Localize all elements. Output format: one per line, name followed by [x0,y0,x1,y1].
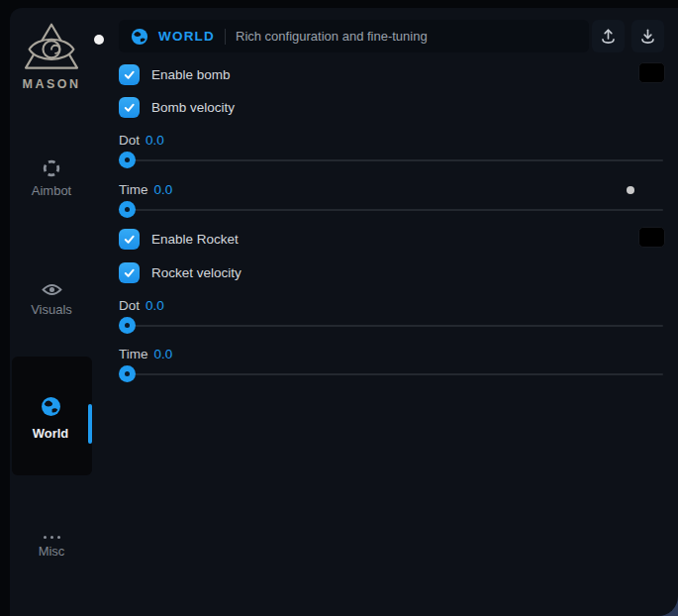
slider-track[interactable] [121,209,663,211]
checkbox-row-enable-rocket: Enable Rocket [119,229,239,250]
slider-label-dot: Dot0.0 [119,298,164,313]
slider-bomb-time [119,201,663,218]
checkbox-row-bomb-velocity: Bomb velocity [119,97,235,118]
download-icon [638,27,657,46]
checkbox-label: Enable Rocket [151,232,239,247]
upload-config-button[interactable] [592,20,625,52]
slider-value: 0.0 [145,133,164,148]
sidebar: MASON Aimbot Visuals [10,8,114,616]
checkbox-row-enable-bomb: Enable bomb [119,64,231,85]
sidebar-item-aimbot[interactable]: Aimbot [10,158,93,198]
slider-label-time: Time0.0 [119,182,172,197]
cursor-dot [94,35,104,45]
slider-value: 0.0 [145,298,164,313]
color-swatch-bomb[interactable] [638,62,665,83]
slider-track[interactable] [121,373,663,375]
globe-icon [12,396,89,421]
checkbox-row-rocket-velocity: Rocket velocity [119,262,242,283]
sidebar-item-world-selected[interactable]: World [12,357,92,475]
header-divider [225,29,226,45]
checkbox-enable-bomb[interactable] [119,64,140,85]
checkbox-label: Rocket velocity [151,265,242,280]
slider-handle[interactable] [119,317,136,334]
brand-logo: MASON [10,22,93,91]
overlay-dot [627,186,634,194]
color-swatch-rocket[interactable] [638,227,665,248]
slider-rocket-dot [119,317,663,334]
check-icon [123,233,136,246]
brand-name: MASON [10,77,93,91]
checkbox-rocket-velocity[interactable] [119,262,140,283]
slider-handle[interactable] [119,152,136,168]
slider-track[interactable] [121,159,663,161]
slider-track[interactable] [121,325,663,327]
page-subtitle: Rich configuration and fine-tuning [236,29,428,44]
mason-menu-window: MASON Aimbot Visuals [10,8,678,616]
check-icon [123,266,136,279]
mason-eye-pyramid-icon [10,22,93,73]
slider-value: 0.0 [154,182,173,197]
upload-icon [599,27,618,46]
screen: MASON Aimbot Visuals [0,0,678,616]
active-tab-indicator [88,404,92,444]
check-icon [123,68,136,81]
slider-label-time: Time0.0 [119,347,172,361]
ellipsis-icon [10,531,93,539]
sidebar-item-label: Misc [10,544,93,559]
sidebar-item-label: Visuals [10,302,93,317]
sidebar-item-visuals[interactable]: Visuals [10,282,93,317]
checkbox-label: Enable bomb [151,67,231,82]
globe-icon [131,28,148,46]
eye-icon [10,282,93,297]
sidebar-item-misc[interactable]: Misc [10,531,93,559]
checkbox-enable-rocket[interactable] [119,229,140,250]
download-config-button[interactable] [631,20,664,52]
slider-handle[interactable] [119,201,136,218]
slider-value: 0.0 [154,347,173,361]
sidebar-item-label: Aimbot [10,183,93,198]
slider-handle[interactable] [119,365,136,382]
crosshair-icon [10,158,93,178]
checkbox-label: Bomb velocity [151,100,235,115]
slider-rocket-time [119,365,663,382]
page-header: WORLD Rich configuration and fine-tuning [119,20,589,52]
page-title: WORLD [158,29,215,44]
checkbox-bomb-velocity[interactable] [119,97,140,118]
sidebar-item-label: World [12,426,89,441]
slider-label-dot: Dot0.0 [119,133,164,148]
slider-bomb-dot [119,152,663,168]
check-icon [123,101,136,114]
